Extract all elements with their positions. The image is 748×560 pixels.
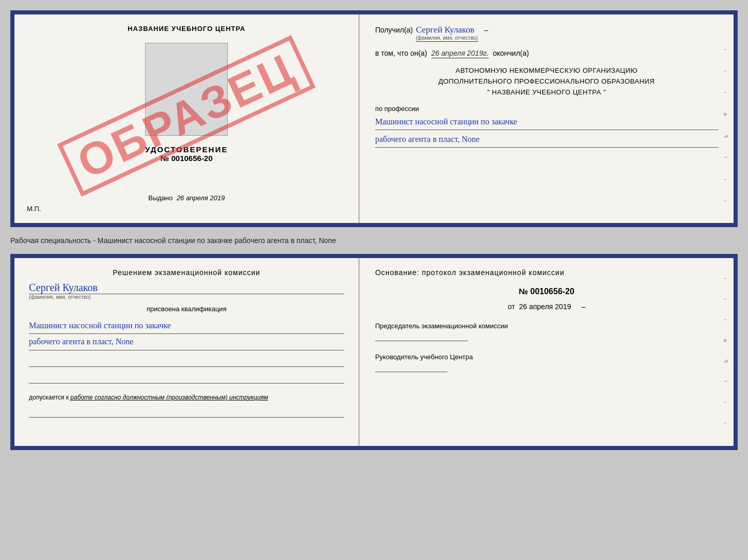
underline-3 — [29, 408, 344, 418]
date-suffix: окончил(а) — [493, 49, 529, 57]
received-line: Получил(а) Сергей Кулаков (фамилия, имя,… — [375, 25, 718, 42]
org-line3: " НАЗВАНИЕ УЧЕБНОГО ЦЕНТРА " — [375, 87, 718, 98]
komissia-title: Решением экзаменационной комиссии — [29, 268, 344, 277]
doc-bottom-left: Решением экзаменационной комиссии Сергей… — [14, 258, 360, 446]
protocol-number: № 0010656-20 — [375, 287, 718, 296]
doc-bottom-right: Основание: протокол экзаменационной коми… — [360, 258, 734, 446]
underline-1 — [29, 358, 344, 367]
mp-label: М.П. — [27, 205, 41, 213]
qualification-hw2: рабочего агента в пласт, None — [29, 334, 344, 350]
org-line1: АВТОНОМНУЮ НЕКОММЕРЧЕСКУЮ ОРГАНИЗАЦИЮ — [375, 66, 718, 76]
name-sublabel: (фамилия, имя, отчество) — [416, 35, 478, 41]
qualification-block: Машинист насосной станции по закачке раб… — [29, 318, 344, 350]
separator-text: Рабочая специальность - Машинист насосно… — [10, 232, 738, 249]
training-center-title: НАЗВАНИЕ УЧЕБНОГО ЦЕНТРА — [128, 25, 245, 33]
leader-signature-line — [375, 363, 447, 372]
received-name: Сергей Кулаков (фамилия, имя, отчество) — [416, 25, 478, 42]
bottom-document: Решением экзаменационной комиссии Сергей… — [10, 254, 738, 450]
org-line2: ДОПОЛНИТЕЛЬНОГО ПРОФЕССИОНАЛЬНОГО ОБРАЗО… — [375, 76, 718, 87]
profession-prefix: по профессии — [375, 105, 419, 113]
separator-label: Рабочая специальность - Машинист насосно… — [10, 236, 336, 245]
bottom-right-margin: –––и,а←–– — [724, 275, 729, 425]
underline-2 — [29, 374, 344, 383]
protocol-date-value: 26 апреля 2019 — [519, 302, 571, 311]
doc-left-panel: НАЗВАНИЕ УЧЕБНОГО ЦЕНТРА УДОСТОВЕРЕНИЕ №… — [14, 14, 360, 223]
date-value: 26 апреля 2019г. — [431, 49, 489, 58]
top-document: НАЗВАНИЕ УЧЕБНОГО ЦЕНТРА УДОСТОВЕРЕНИЕ №… — [10, 10, 738, 227]
issued-date: 26 апреля 2019 — [177, 194, 225, 202]
komissia-name-block: Сергей Кулаков (фамилия, имя, отчество) — [29, 282, 344, 300]
komissia-name-sublabel: (фамилия, имя, отчество) — [29, 294, 344, 300]
doc-right-panel: Получил(а) Сергей Кулаков (фамилия, имя,… — [360, 14, 734, 223]
chairman-block: Председатель экзаменационной комиссии — [375, 322, 718, 343]
profession-block: по профессии Машинист насосной станции п… — [375, 105, 718, 148]
leader-title: Руководитель учебного Центра — [375, 353, 718, 361]
допускается-hw: работе согласно должностным (производств… — [70, 394, 268, 401]
cert-label: УДОСТОВЕРЕНИЕ — [145, 145, 228, 154]
cert-number: № 0010656-20 — [161, 154, 213, 163]
date-line: в том, что он(а) 26 апреля 2019г. окончи… — [375, 49, 718, 58]
osnov-title: Основание: протокол экзаменационной коми… — [375, 268, 718, 277]
profession-hw1: Машинист насосной станции по закачке — [375, 115, 718, 130]
leader-block: Руководитель учебного Центра — [375, 353, 718, 374]
protocol-date-prefix: от — [508, 302, 515, 311]
qualification-hw1: Машинист насосной станции по закачке — [29, 318, 344, 334]
protocol-date: от 26 апреля 2019 – — [375, 302, 718, 311]
issued-prefix: Выдано — [148, 194, 173, 202]
assigned-label: присвоена квалификация — [29, 305, 344, 313]
date-prefix: в том, что он(а) — [375, 49, 427, 57]
допускается-text: допускается к работе согласно должностны… — [29, 394, 344, 401]
chairman-title: Председатель экзаменационной комиссии — [375, 322, 718, 330]
komissia-name: Сергей Кулаков — [29, 282, 344, 294]
right-margin-marks: –––и,а←–– — [724, 45, 729, 203]
profession-hw2: рабочего агента в пласт, None — [375, 132, 718, 148]
certificate-photo-box — [145, 43, 228, 136]
допускается-prefix: допускается к — [29, 394, 69, 401]
chairman-signature-line — [375, 332, 468, 341]
org-block: АВТОНОМНУЮ НЕКОММЕРЧЕСКУЮ ОРГАНИЗАЦИЮ ДО… — [375, 66, 718, 98]
issued-line: Выдано 26 апреля 2019 — [148, 194, 225, 202]
received-prefix: Получил(а) — [375, 26, 413, 34]
